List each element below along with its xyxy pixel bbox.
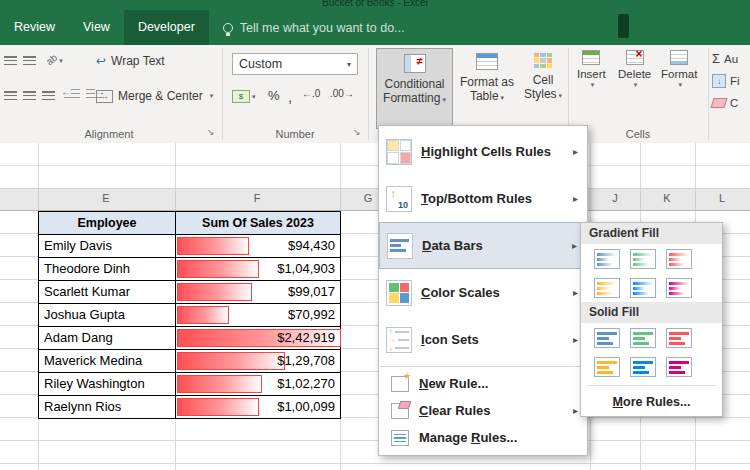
group-divider — [222, 48, 223, 140]
clear-button[interactable]: C — [712, 97, 738, 109]
employee-cell[interactable]: Scarlett Kumar — [39, 281, 176, 304]
sales-cell[interactable]: $99,017 — [176, 281, 341, 304]
comma-style-button[interactable]: , — [288, 88, 292, 105]
format-cells-button[interactable]: Format ▾ — [661, 50, 697, 89]
submenu-arrow-icon: ▸ — [573, 287, 578, 298]
fill-label: Fi — [730, 75, 740, 87]
employee-cell[interactable]: Adam Dang — [39, 327, 176, 350]
chevron-down-icon: ▾ — [591, 81, 595, 89]
data-bar — [177, 260, 259, 278]
employee-cell[interactable]: Theodore Dinh — [39, 258, 176, 281]
solid-red-databar-option[interactable] — [666, 328, 692, 348]
sales-cell[interactable]: $2,42,919 — [176, 327, 341, 350]
increase-decimal-button[interactable]: ←.0 — [302, 88, 320, 99]
alignment-dialog-launcher-icon[interactable]: ↘ — [207, 127, 215, 137]
sales-cell[interactable]: $70,992 — [176, 304, 341, 327]
align-top-icon[interactable] — [4, 54, 17, 68]
gradient-purple-databar-option[interactable] — [666, 278, 692, 298]
column-header-e[interactable]: E — [102, 192, 109, 204]
conditional-formatting-button[interactable]: Conditional Formatting▾ — [376, 48, 453, 129]
gradient-red-databar-option[interactable] — [666, 249, 692, 269]
more-rules-item[interactable]: More Rules... — [581, 390, 722, 414]
menu-item-highlight-cells-rules[interactable]: Highlight Cells Rules ▸ — [379, 128, 587, 175]
menu-item-color-scales[interactable]: Color Scales ▸ — [379, 269, 587, 316]
sales-value: $1,00,099 — [277, 396, 340, 418]
menu-item-clear-rules[interactable]: Clear Rules ▸ — [379, 397, 587, 424]
align-middle-icon[interactable] — [23, 54, 36, 68]
column-header-j[interactable]: J — [612, 192, 618, 204]
menu-item-new-rule[interactable]: New Rule... — [379, 370, 587, 397]
lightbulb-icon — [223, 23, 233, 33]
employee-cell[interactable]: Joshua Gupta — [39, 304, 176, 327]
tell-me-search[interactable]: Tell me what you want to do... — [223, 21, 405, 35]
employee-cell[interactable]: Riley Washington — [39, 373, 176, 396]
gradient-blue-databar-option[interactable] — [594, 249, 620, 269]
percent-style-button[interactable]: % — [268, 88, 280, 103]
menu-item-top-bottom-rules[interactable]: ↑10 Top/Bottom Rules ▸ — [379, 175, 587, 222]
solid-blue-databar-option[interactable] — [594, 328, 620, 348]
tab-review[interactable]: Review — [0, 10, 69, 45]
data-bar — [177, 375, 262, 393]
solid-lightblue-databar-option[interactable] — [630, 357, 656, 377]
menu-item-icon-sets[interactable]: ↑ → ↓ Icon Sets ▸ — [379, 316, 587, 363]
gradient-green-databar-option[interactable] — [630, 249, 656, 269]
column-header-l[interactable]: L — [719, 192, 725, 204]
accounting-format-button[interactable]: $▾ — [232, 88, 256, 103]
eraser-icon — [710, 98, 727, 108]
tab-view[interactable]: View — [69, 10, 124, 45]
column-header-f[interactable]: F — [254, 192, 261, 204]
employee-cell[interactable]: Raelynn Rios — [39, 396, 176, 419]
number-format-dropdown[interactable]: Custom ▾ — [232, 53, 358, 75]
delete-cells-button[interactable]: Delete ▾ — [618, 50, 651, 89]
align-right-icon[interactable] — [42, 89, 55, 103]
insert-cells-button[interactable]: Insert ▾ — [577, 50, 606, 89]
align-center-icon[interactable] — [23, 89, 36, 103]
column-header-row[interactable]: E F G J K L — [0, 188, 750, 211]
sales-cell[interactable]: $1,02,270 — [176, 373, 341, 396]
solid-purple-databar-option[interactable] — [666, 357, 692, 377]
employee-cell[interactable]: Emily Davis — [39, 235, 176, 258]
sales-cell[interactable]: $1,29,708 — [176, 350, 341, 373]
menu-item-manage-rules[interactable]: Manage Rules... — [379, 424, 587, 451]
column-separator — [695, 189, 696, 210]
employee-cell[interactable]: Maverick Medina — [39, 350, 176, 373]
menu-item-data-bars[interactable]: Data Bars ▸ — [379, 222, 587, 269]
autosum-button[interactable]: Σ Au — [712, 51, 738, 66]
data-bar — [177, 306, 229, 324]
column-separator — [640, 189, 641, 210]
merge-center-button[interactable]: ↔ Merge & Center ▾ — [96, 89, 213, 103]
conditional-formatting-menu: Highlight Cells Rules ▸ ↑10 Top/Bottom R… — [378, 125, 588, 456]
align-left-icon[interactable] — [4, 89, 17, 103]
fill-button[interactable]: ↓ Fi — [712, 74, 740, 88]
sales-value: $70,992 — [288, 304, 340, 326]
sales-cell[interactable]: $94,430 — [176, 235, 341, 258]
submenu-arrow-icon: ▸ — [573, 193, 578, 204]
sales-value: $2,42,919 — [277, 327, 340, 349]
titlebar-icon[interactable] — [618, 14, 629, 38]
column-header-k[interactable]: K — [663, 192, 670, 204]
tab-developer[interactable]: Developer — [124, 10, 209, 45]
fill-down-icon: ↓ — [712, 74, 726, 88]
sales-cell[interactable]: $1,00,099 — [176, 396, 341, 419]
number-group-label: Number — [222, 128, 368, 140]
employee-header-cell[interactable]: Employee — [39, 212, 176, 235]
decrease-decimal-button[interactable]: .00→ — [330, 88, 354, 99]
wrap-text-button[interactable]: ↩ Wrap Text — [96, 54, 165, 68]
tell-me-placeholder: Tell me what you want to do... — [240, 21, 405, 35]
cell-styles-button[interactable]: Cell Styles▾ — [519, 48, 567, 129]
format-as-table-button[interactable]: Format as Table▾ — [459, 48, 515, 129]
decrease-indent-icon[interactable]: ← — [64, 89, 80, 100]
orientation-icon[interactable]: ab▾ — [46, 52, 63, 66]
solid-orange-databar-option[interactable] — [594, 357, 620, 377]
data-bars-icon — [387, 233, 413, 259]
sales-header-cell[interactable]: Sum Of Sales 2023 — [176, 212, 341, 235]
sales-cell[interactable]: $1,04,903 — [176, 258, 341, 281]
cell-styles-label-2: Styles — [524, 87, 557, 101]
sales-value: $94,430 — [288, 235, 340, 257]
insert-cells-icon — [582, 50, 600, 65]
gradient-orange-databar-option[interactable] — [594, 278, 620, 298]
column-header-g[interactable]: G — [364, 192, 373, 204]
number-dialog-launcher-icon[interactable]: ↘ — [353, 127, 361, 137]
solid-green-databar-option[interactable] — [630, 328, 656, 348]
gradient-lightblue-databar-option[interactable] — [630, 278, 656, 298]
